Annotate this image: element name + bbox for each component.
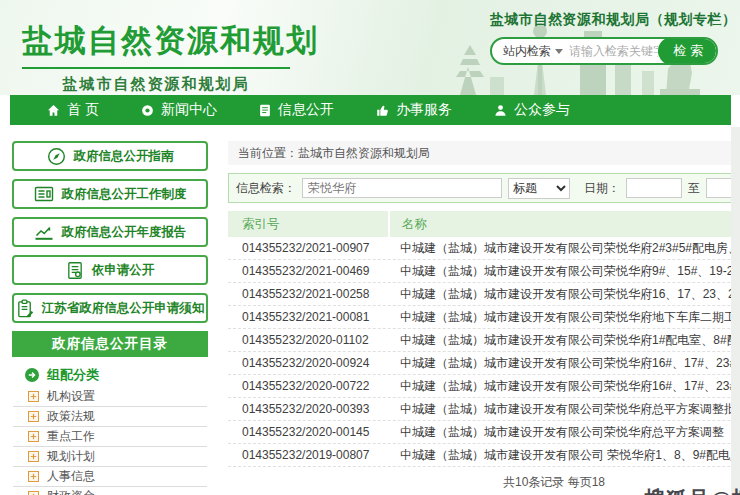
- filter-label: 信息检索：: [236, 180, 296, 197]
- nav-item-label: 办事服务: [396, 101, 452, 119]
- site-subtitle: 盐城市自然资源和规划局: [22, 75, 290, 94]
- site-search-bar: 站内检索 检索: [490, 37, 718, 65]
- table-row: 014355232/2020-00722中城建（盐城）城市建设开发有限公司荣悦华…: [228, 375, 740, 398]
- row-index-number: 014355232/2019-00807: [228, 448, 388, 462]
- sidebar-box[interactable]: 政府信息公开工作制度: [12, 179, 208, 209]
- category-item[interactable]: 机构设置: [13, 387, 207, 407]
- table-row: 014355232/2021-00081中城建（盐城）城市建设开发有限公司荣悦华…: [228, 306, 740, 329]
- field-select[interactable]: 标题: [508, 178, 570, 199]
- category-list: 机构设置政策法规重点工作规划计划人事信息财政资金: [12, 387, 208, 495]
- sidebar-box-label: 依申请公开: [92, 262, 155, 279]
- group-category-header: 组配分类: [12, 363, 208, 387]
- right-margin-strip: [731, 127, 740, 495]
- table-row: 014355232/2020-00145中城建（盐城）城市建设开发有限公司荣悦华…: [228, 421, 740, 444]
- row-index-number: 014355232/2020-01102: [228, 333, 388, 347]
- nav-item-participation-person[interactable]: 公众参与: [473, 101, 591, 119]
- row-title-link[interactable]: 中城建（盐城）城市建设开发有限公司荣悦华府1#配电室、8#配电室、 ...: [388, 332, 740, 349]
- category-item[interactable]: 重点工作: [13, 427, 207, 447]
- row-title-link[interactable]: 中城建（盐城）城市建设开发有限公司荣悦华府16#、17#、23#、 ...: [388, 355, 740, 372]
- table-row: 014355232/2019-00807中城建（盐城）城市建设开发有限公司 荣悦…: [228, 444, 740, 467]
- table-body: 014355232/2021-00907中城建（盐城）城市建设开发有限公司荣悦华…: [228, 237, 740, 467]
- plus-box-icon: [28, 491, 39, 495]
- date-label: 日期：: [584, 180, 620, 197]
- home-icon: [47, 104, 60, 117]
- category-label: 财政资金: [47, 488, 95, 495]
- table-row: 014355232/2020-01102中城建（盐城）城市建设开发有限公司荣悦华…: [228, 329, 740, 352]
- nav-item-label: 信息公开: [278, 101, 334, 119]
- row-title-link[interactable]: 中城建（盐城）城市建设开发有限公司荣悦华府2#3#5#配电房、4# ...: [388, 240, 740, 257]
- sidebar-box[interactable]: 政府信息公开指南: [12, 141, 208, 171]
- plus-box-icon: [28, 391, 39, 402]
- notice-clipboard-icon: [16, 299, 34, 318]
- brand-divider: [22, 67, 290, 69]
- category-label: 机构设置: [47, 388, 95, 405]
- row-index-number: 014355232/2021-00907: [228, 241, 388, 255]
- row-title-link[interactable]: 中城建（盐城）城市建设开发有限公司荣悦华府地下车库二期工程A区-2 ...: [388, 309, 740, 326]
- apply-document-icon: [66, 261, 84, 280]
- report-chart-icon: [34, 223, 54, 241]
- table-row: 014355232/2021-00258中城建（盐城）城市建设开发有限公司荣悦华…: [228, 283, 740, 306]
- main-nav: 首 页新闻中心信息公开办事服务公众参与: [10, 95, 731, 125]
- column-header-index: 索引号: [228, 211, 388, 237]
- row-title-link[interactable]: 中城建（盐城）城市建设开发有限公司荣悦华府总平方案调整批后公告: [388, 401, 740, 418]
- nav-item-news[interactable]: 新闻中心: [120, 101, 238, 119]
- sidebar: 政府信息公开指南政府信息公开工作制度政府信息公开年度报告依申请公开江苏省政府信息…: [12, 141, 208, 495]
- sidebar-box-label: 江苏省政府信息公开申请须知: [42, 300, 205, 317]
- sidebar-box-label: 政府信息公开指南: [74, 148, 174, 165]
- site-search-button[interactable]: 检索: [658, 37, 716, 65]
- participation-person-icon: [494, 104, 507, 117]
- date-from-input[interactable]: [626, 178, 682, 198]
- row-index-number: 014355232/2020-00145: [228, 425, 388, 439]
- row-title-link[interactable]: 中城建（盐城）城市建设开发有限公司 荣悦华府1、8、9#配电房补发 ...: [388, 447, 740, 464]
- content-area: 政府信息公开指南政府信息公开工作制度政府信息公开年度报告依申请公开江苏省政府信息…: [0, 125, 740, 495]
- sidebar-box[interactable]: 依申请公开: [12, 255, 208, 285]
- chevron-down-icon: [555, 49, 563, 54]
- row-title-link[interactable]: 中城建（盐城）城市建设开发有限公司荣悦华府9#、15#、19-20 ...: [388, 263, 740, 280]
- guide-compass-icon: [47, 147, 66, 166]
- row-title-link[interactable]: 中城建（盐城）城市建设开发有限公司荣悦华府总平方案调整: [388, 424, 740, 441]
- column-header-name: 名称: [390, 211, 740, 237]
- table-row: 014355232/2020-00924中城建（盐城）城市建设开发有限公司荣悦华…: [228, 352, 740, 375]
- row-index-number: 014355232/2020-00924: [228, 356, 388, 370]
- sidebar-box-label: 政府信息公开年度报告: [62, 224, 187, 241]
- info-disclosure-icon: [259, 104, 271, 117]
- category-item[interactable]: 规划计划: [13, 447, 207, 467]
- system-newspaper-icon: [34, 185, 54, 203]
- row-index-number: 014355232/2020-00393: [228, 402, 388, 416]
- watermark-text: 搜狐号@搜狐焦点鄂州站: [645, 485, 740, 495]
- nav-item-info-disclosure[interactable]: 信息公开: [238, 101, 355, 119]
- row-index-number: 014355232/2021-00469: [228, 264, 388, 278]
- plus-box-icon: [28, 451, 39, 462]
- page: 盐城自然资源和规划 盐城市自然资源和规划局 盐城市自然资源和规划局（规划专栏） …: [0, 0, 740, 495]
- plus-box-icon: [28, 471, 39, 482]
- breadcrumb: 当前位置：盐城市自然资源和规划局: [228, 141, 740, 165]
- sidebar-box[interactable]: 政府信息公开年度报告: [12, 217, 208, 247]
- search-scope-dropdown[interactable]: 站内检索: [492, 43, 569, 60]
- site-search-input[interactable]: [569, 44, 658, 58]
- category-item[interactable]: 人事信息: [13, 467, 207, 487]
- nav-item-service-thumb[interactable]: 办事服务: [355, 101, 473, 119]
- nav-item-label: 公众参与: [514, 101, 570, 119]
- nav-item-home[interactable]: 首 页: [26, 101, 120, 119]
- brand-block: 盐城自然资源和规划 盐城市自然资源和规划局: [22, 20, 290, 94]
- table-header: 索引号 名称 发布日期: [228, 211, 740, 237]
- category-item[interactable]: 财政资金: [13, 487, 207, 495]
- site-header: 盐城自然资源和规划 盐城市自然资源和规划局 盐城市自然资源和规划局（规划专栏） …: [0, 0, 740, 95]
- row-index-number: 014355232/2020-00722: [228, 379, 388, 393]
- plus-box-icon: [28, 431, 39, 442]
- directory-button[interactable]: 政府信息公开目录: [12, 331, 208, 357]
- keyword-input[interactable]: [302, 178, 502, 198]
- plus-box-icon: [28, 411, 39, 422]
- sidebar-box-label: 政府信息公开工作制度: [62, 186, 187, 203]
- sidebar-box[interactable]: 江苏省政府信息公开申请须知: [12, 293, 208, 323]
- nav-item-label: 新闻中心: [161, 101, 217, 119]
- category-item[interactable]: 政策法规: [13, 407, 207, 427]
- row-title-link[interactable]: 中城建（盐城）城市建设开发有限公司荣悦华府16#、17#、23#、 ...: [388, 378, 740, 395]
- header-right: 盐城市自然资源和规划局（规划专栏） 站内检索 检索: [490, 11, 718, 65]
- row-title-link[interactable]: 中城建（盐城）城市建设开发有限公司荣悦华府16、17、23、29、 ...: [388, 286, 740, 303]
- category-label: 重点工作: [47, 428, 95, 445]
- table-row: 014355232/2020-00393中城建（盐城）城市建设开发有限公司荣悦华…: [228, 398, 740, 421]
- site-title: 盐城自然资源和规划: [22, 20, 290, 62]
- nav-item-label: 首 页: [67, 101, 99, 119]
- filter-bar: 信息检索： 标题 日期： 至 检索: [228, 173, 740, 203]
